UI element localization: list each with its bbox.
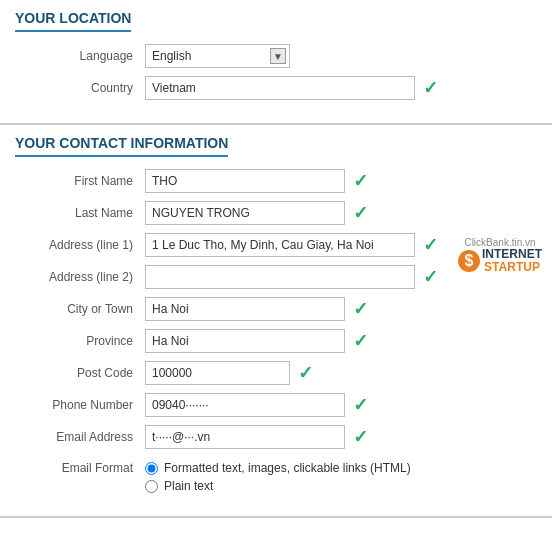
city-row: City or Town ✓: [15, 297, 537, 321]
city-checkmark: ✓: [353, 298, 368, 320]
startup-text: STARTUP: [482, 261, 542, 274]
phone-row: Phone Number ✓: [15, 393, 537, 417]
email-format-plain-radio[interactable]: [145, 480, 158, 493]
address2-input[interactable]: [145, 265, 415, 289]
last-name-row: Last Name ✓: [15, 201, 537, 225]
postcode-row: Post Code ✓: [15, 361, 537, 385]
first-name-input[interactable]: [145, 169, 345, 193]
first-name-row: First Name ✓: [15, 169, 537, 193]
country-input[interactable]: [145, 76, 415, 100]
first-name-label: First Name: [15, 174, 145, 188]
phone-input[interactable]: [145, 393, 345, 417]
province-row: Province ✓: [15, 329, 537, 353]
email-input[interactable]: [145, 425, 345, 449]
email-format-label: Email Format: [15, 461, 145, 475]
email-format-plain-label[interactable]: Plain text: [164, 479, 213, 493]
postcode-input[interactable]: [145, 361, 290, 385]
email-format-group: Formatted text, images, clickable links …: [145, 461, 411, 493]
address1-label: Address (line 1): [15, 238, 145, 252]
contact-title: YOUR CONTACT INFORMATION: [15, 135, 228, 157]
city-input[interactable]: [145, 297, 345, 321]
location-section: YOUR LOCATION Language English French Sp…: [0, 0, 552, 125]
language-select[interactable]: English French Spanish German Vietnamese: [145, 44, 290, 68]
email-row: Email Address ✓: [15, 425, 537, 449]
last-name-checkmark: ✓: [353, 202, 368, 224]
postcode-checkmark: ✓: [298, 362, 313, 384]
email-format-row: Email Format Formatted text, images, cli…: [15, 457, 537, 493]
last-name-input[interactable]: [145, 201, 345, 225]
province-input[interactable]: [145, 329, 345, 353]
address1-input[interactable]: [145, 233, 415, 257]
language-label: Language: [15, 49, 145, 63]
email-format-html-radio[interactable]: [145, 462, 158, 475]
language-row: Language English French Spanish German V…: [15, 44, 537, 68]
email-format-plain-row: Plain text: [145, 479, 411, 493]
address2-row: Address (line 2) ✓ ClickBank.tin.vn $ IN…: [15, 265, 537, 289]
phone-checkmark: ✓: [353, 394, 368, 416]
country-checkmark: ✓: [423, 77, 438, 99]
postcode-label: Post Code: [15, 366, 145, 380]
province-checkmark: ✓: [353, 330, 368, 352]
city-label: City or Town: [15, 302, 145, 316]
language-select-wrap[interactable]: English French Spanish German Vietnamese…: [145, 44, 290, 68]
phone-label: Phone Number: [15, 398, 145, 412]
email-format-html-row: Formatted text, images, clickable links …: [145, 461, 411, 475]
province-label: Province: [15, 334, 145, 348]
location-title: YOUR LOCATION: [15, 10, 131, 32]
country-row: Country ✓: [15, 76, 537, 100]
address2-checkmark: ✓: [423, 266, 438, 288]
first-name-checkmark: ✓: [353, 170, 368, 192]
address1-row: Address (line 1) ✓: [15, 233, 537, 257]
email-label: Email Address: [15, 430, 145, 444]
email-checkmark: ✓: [353, 426, 368, 448]
country-label: Country: [15, 81, 145, 95]
address1-checkmark: ✓: [423, 234, 438, 256]
email-format-html-label[interactable]: Formatted text, images, clickable links …: [164, 461, 411, 475]
contact-section: YOUR CONTACT INFORMATION First Name ✓ La…: [0, 125, 552, 518]
address2-label: Address (line 2): [15, 270, 145, 284]
last-name-label: Last Name: [15, 206, 145, 220]
